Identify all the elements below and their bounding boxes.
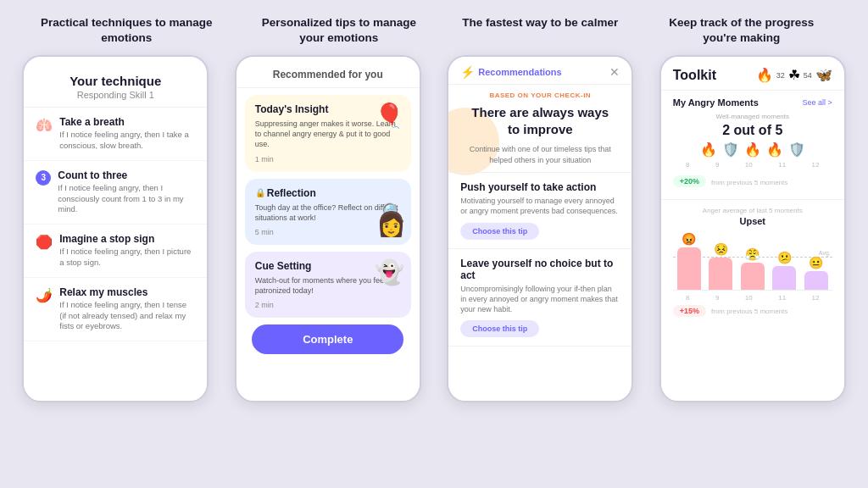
item-title: Count to three [58, 169, 195, 181]
balloon-icon: 🎈 [375, 102, 404, 130]
header-item-3: The fastest way to be calmer [462, 15, 618, 45]
choose-tip-button-2[interactable]: Choose this tip [460, 320, 539, 337]
phone4-header: Toolkit 🔥 32 ☘ 54 🦋 [661, 57, 844, 91]
close-icon[interactable]: ✕ [609, 65, 620, 79]
phone-1: Your technique Responding Skill 1 🫁 Take… [22, 55, 209, 402]
phone-4: Toolkit 🔥 32 ☘ 54 🦋 My Angry Moments See… [659, 55, 846, 402]
emoji-2: 🛡️ [722, 141, 739, 158]
item-title: Take a breath [59, 116, 195, 128]
choose-tip-button-1[interactable]: Choose this tip [460, 223, 539, 240]
item-title: Relax my muscles [59, 286, 195, 298]
muscle-icon: 🌶️ [36, 287, 53, 303]
complete-button[interactable]: Complete [252, 324, 403, 354]
lock-icon: 🔒 [255, 188, 265, 197]
tip-desc: Uncompromisingly following your if-then … [460, 284, 620, 314]
emoji-5: 🛡️ [788, 141, 805, 158]
chart-label: Anger average of last 5 moments [673, 207, 832, 214]
item-desc: If I notice feeling angry, then I pictur… [59, 247, 195, 269]
main-desc: Continue with one of our timeless tips t… [448, 144, 632, 173]
change-red: +15% [673, 305, 706, 317]
person-icon: 👩 [376, 210, 406, 238]
lightning-icon: ⚡ [460, 65, 475, 79]
lung-icon: 🫁 [36, 117, 53, 133]
bar-chart: Avg. 😡 😣 😤 😕 😐 [673, 231, 832, 291]
well-managed-label: Well-managed moments [673, 113, 832, 120]
section-title: My Angry Moments [673, 97, 759, 108]
header-item-4: Keep track of the progress you're making [653, 15, 831, 45]
header-item-2: Personalized tips to manage your emotion… [250, 15, 428, 45]
list-item: 🌶️ Relax my muscles If I notice feeling … [24, 278, 207, 341]
change-green: +20% [673, 175, 706, 187]
emoji-3: 🔥 [744, 141, 761, 158]
bar-9: 😣 [709, 258, 732, 290]
phones-row: Your technique Responding Skill 1 🫁 Take… [0, 55, 868, 488]
butterfly-badge: 🦋 [815, 67, 832, 83]
date-row: 89101112 [673, 161, 832, 169]
phone1-header: Your technique Responding Skill 1 [24, 57, 207, 108]
item-desc: If I notice feeling angry, then I consci… [58, 183, 195, 215]
from-label-red: from previous 5 moments [711, 308, 787, 315]
item-title: Imagine a stop sign [59, 233, 195, 245]
from-label-green: from previous 5 moments [711, 179, 787, 186]
leaf-count: 54 [804, 71, 812, 80]
see-all-link[interactable]: See all > [802, 98, 832, 107]
ghost-icon: 👻 [375, 258, 404, 286]
tip-2: Leave yourself no choice but to act Unco… [448, 249, 632, 347]
list-item: 3 Count to three If I notice feeling ang… [24, 161, 207, 225]
cue-card[interactable]: Cue Setting Watch-out for moments where … [245, 252, 411, 318]
phone-2: Recommended for you Today's Insight Supp… [235, 55, 421, 402]
list-item: 🛑 Imagine a stop sign If I notice feelin… [24, 225, 207, 278]
card-time: 2 min [255, 301, 401, 309]
stop-icon: 🛑 [36, 234, 53, 250]
based-label: BASED ON YOUR CHECK-IN [448, 85, 632, 101]
header-item-1: Practical techniques to manage emotions [37, 15, 215, 45]
chart-date-row: 89101112 [673, 294, 832, 302]
avg-label: Avg. [819, 250, 831, 256]
phone4-title: Toolkit [673, 68, 716, 83]
list-item: 🫁 Take a breath If I notice feeling angr… [24, 108, 207, 161]
bar-11: 😕 [772, 266, 796, 290]
phone-3: ⚡ Recommendations ✕ BASED ON YOUR CHECK-… [447, 55, 633, 402]
leaf-badge: ☘ [788, 67, 800, 83]
bar-12: 😐 [804, 271, 828, 290]
reflection-card[interactable]: 🔒 Reflection Tough day at the office? Re… [245, 179, 411, 245]
card-time: 1 min [255, 155, 401, 164]
tip-title: Push yourself to take action [460, 181, 620, 193]
bar-8: 😡 [677, 247, 701, 290]
angry-moments-section: My Angry Moments See all > Well-managed … [661, 91, 844, 200]
item-desc: If I notice feeling angry, then I take a… [59, 130, 195, 152]
tip-desc: Motivating yourself to manage every anno… [460, 196, 620, 216]
phone3-topbar: ⚡ Recommendations ✕ [448, 57, 632, 85]
insight-card[interactable]: Today's Insight Suppressing anger makes … [245, 95, 411, 171]
header-row: Practical techniques to manage emotions … [0, 0, 868, 55]
phone2-header: Recommended for you [236, 57, 420, 88]
card-title: Reflection [267, 187, 316, 199]
emoji-1: 🔥 [700, 141, 717, 158]
main-title: There are always ways to improve [448, 101, 632, 141]
emoji-4: 🔥 [766, 141, 783, 158]
item-desc: If I notice feeling angry, then I tense … [59, 300, 195, 332]
phone1-title: Your technique [37, 74, 193, 88]
chart-section: Anger average of last 5 moments Upset Av… [661, 200, 844, 324]
bar-10: 😤 [741, 263, 765, 290]
streak-count: 32 [776, 71, 785, 80]
phone1-subtitle: Responding Skill 1 [37, 90, 193, 100]
tip-1: Push yourself to take action Motivating … [448, 173, 632, 248]
angry-avg: Upset [673, 216, 832, 226]
fire-badge: 🔥 [756, 67, 773, 83]
tip-title: Leave yourself no choice but to act [460, 258, 620, 281]
emoji-row: 🔥 🛡️ 🔥 🔥 🛡️ [673, 141, 832, 158]
recommendations-label: Recommendations [478, 67, 561, 77]
count-icon: 3 [36, 170, 51, 186]
badge-row: 🔥 32 ☘ 54 🦋 [756, 67, 832, 83]
moment-count: 2 out of 5 [673, 123, 832, 138]
